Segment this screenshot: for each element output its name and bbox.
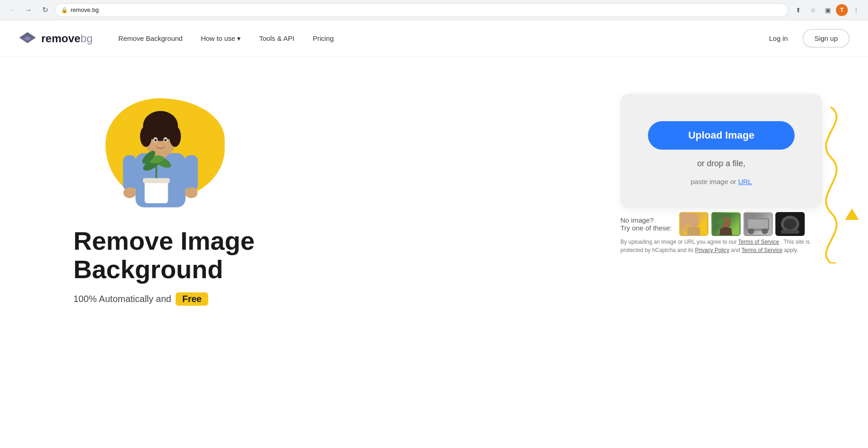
sample-thumb-1[interactable] [679, 212, 708, 236]
svg-rect-27 [687, 227, 700, 235]
svg-point-32 [762, 228, 768, 234]
page: removebg Remove Background How to use ▾ … [0, 20, 868, 448]
svg-point-7 [140, 126, 151, 146]
svg-point-12 [164, 139, 166, 141]
browser-actions: ⬆ ☆ ▣ T ⋮ [792, 4, 862, 17]
back-button[interactable]: ← [6, 4, 18, 17]
bookmark-button[interactable]: ☆ [807, 4, 819, 17]
svg-point-31 [748, 228, 754, 234]
sample-thumb-4[interactable] [775, 212, 805, 236]
share-button[interactable]: ⬆ [792, 4, 805, 17]
svg-point-29 [718, 219, 725, 224]
svg-point-11 [154, 139, 156, 141]
no-image-label: No image? Try one of these: [620, 216, 672, 232]
terms-text: By uploading an image or URL you agree t… [620, 238, 822, 254]
terms-of-service-link-2[interactable]: Terms of Service [741, 247, 782, 253]
hero-right: Upload Image or drop a file, paste image… [611, 75, 831, 254]
svg-rect-14 [185, 155, 198, 190]
hero-person-illustration [115, 94, 206, 213]
drop-text: or drop a file, [697, 159, 745, 168]
svg-rect-13 [123, 155, 136, 190]
menu-button[interactable]: ⋮ [850, 4, 862, 17]
no-image-section: No image? Try one of these: [620, 212, 822, 236]
signup-button[interactable]: Sign up [802, 29, 850, 48]
person-svg [115, 89, 206, 213]
svg-point-26 [688, 215, 699, 228]
logo-icon [18, 31, 37, 46]
sample-images [679, 212, 805, 236]
privacy-policy-link[interactable]: Privacy Policy [695, 247, 730, 253]
lock-icon: 🔒 [61, 7, 68, 13]
upload-card: Upload Image or drop a file, paste image… [620, 94, 822, 208]
terms-of-service-link[interactable]: Terms of Service [738, 239, 779, 245]
url-link[interactable]: URL [738, 178, 752, 185]
nav-links: Remove Background How to use ▾ Tools & A… [111, 31, 760, 46]
nav-how-to-use[interactable]: How to use ▾ [194, 31, 248, 46]
logo-link[interactable]: removebg [18, 31, 93, 46]
nav-actions: Log in Sign up [760, 29, 850, 48]
nav-tools-api[interactable]: Tools & API [252, 31, 302, 46]
svg-rect-33 [748, 219, 768, 229]
login-button[interactable]: Log in [760, 31, 797, 46]
svg-marker-25 [845, 208, 859, 220]
address-bar[interactable]: 🔒 remove.bg [55, 3, 788, 17]
profile-avatar[interactable]: T [836, 4, 848, 16]
logo-text: removebg [41, 32, 93, 45]
hero-subtext: 100% Automatically and Free [73, 292, 611, 306]
svg-point-15 [123, 187, 136, 198]
svg-rect-36 [781, 230, 799, 234]
url-text: remove.bg [71, 6, 99, 13]
chevron-down-icon: ▾ [237, 34, 241, 43]
hero-section: Remove Image Background 100% Automatical… [0, 57, 868, 448]
free-badge: Free [176, 292, 208, 306]
nav-remove-background[interactable]: Remove Background [111, 31, 190, 46]
hero-headline: Remove Image Background [73, 227, 611, 283]
paste-text: paste image or URL [691, 178, 752, 185]
reload-button[interactable]: ↻ [39, 4, 51, 17]
hero-left: Remove Image Background 100% Automatical… [73, 75, 611, 306]
squiggle-decoration [804, 103, 859, 263]
svg-rect-18 [143, 178, 170, 183]
svg-point-35 [784, 218, 796, 230]
svg-point-8 [169, 126, 181, 146]
browser-chrome: ← → ↻ 🔒 remove.bg ⬆ ☆ ▣ T ⋮ [0, 0, 868, 20]
svg-point-16 [185, 187, 198, 198]
navbar: removebg Remove Background How to use ▾ … [0, 20, 868, 57]
svg-point-2 [25, 37, 30, 40]
sidebar-button[interactable]: ▣ [821, 4, 834, 17]
sample-thumb-2[interactable] [711, 212, 741, 236]
svg-rect-17 [144, 180, 168, 203]
nav-pricing[interactable]: Pricing [305, 31, 341, 46]
forward-button[interactable]: → [22, 4, 35, 17]
upload-button[interactable]: Upload Image [648, 121, 795, 150]
sample-thumb-3[interactable] [743, 212, 773, 236]
hero-image-container [92, 84, 238, 213]
